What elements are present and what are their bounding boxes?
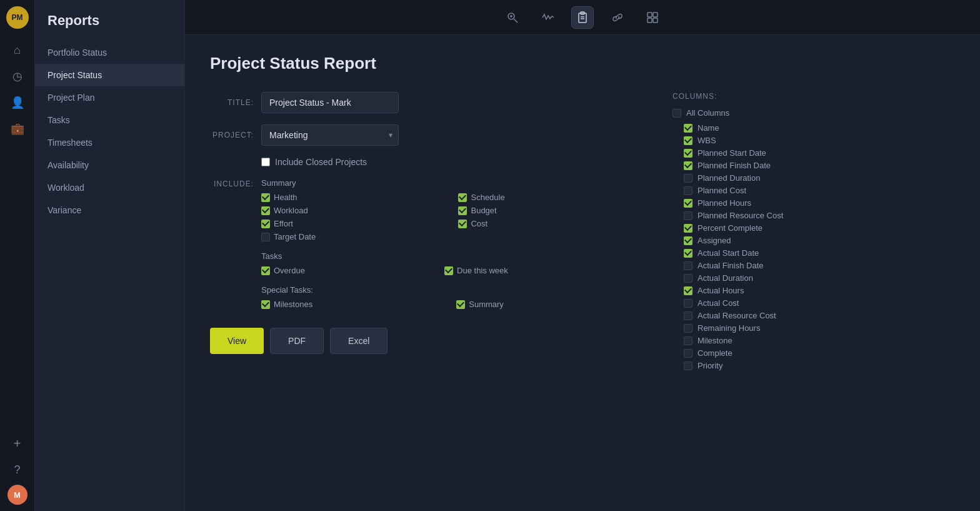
health-checkbox[interactable] bbox=[261, 193, 270, 202]
sidebar-item-portfolio-status[interactable]: Portfolio Status bbox=[35, 41, 184, 64]
col-planned-start-checkbox[interactable] bbox=[684, 149, 692, 158]
view-button[interactable]: View bbox=[210, 328, 264, 354]
col-planned-cost: Planned Cost bbox=[684, 186, 842, 195]
include-label: INCLUDE: bbox=[210, 178, 254, 309]
col-name: Name bbox=[684, 123, 842, 133]
clipboard-icon[interactable] bbox=[571, 6, 594, 29]
col-actual-finish: Actual Finish Date bbox=[684, 261, 842, 270]
tasks-overdue-item: Overdue bbox=[261, 266, 432, 275]
col-wbs-label: WBS bbox=[698, 136, 716, 145]
include-closed-label[interactable]: Include Closed Projects bbox=[275, 157, 367, 167]
col-actual-hours-checkbox[interactable] bbox=[684, 286, 692, 295]
col-actual-cost-checkbox[interactable] bbox=[684, 299, 692, 308]
col-percent-complete-checkbox[interactable] bbox=[684, 224, 692, 233]
col-actual-start: Actual Start Date bbox=[684, 248, 842, 258]
summary-workload-item: Workload bbox=[261, 206, 446, 215]
budget-checkbox[interactable] bbox=[458, 206, 467, 215]
col-planned-resource-cost-checkbox[interactable] bbox=[684, 211, 692, 220]
title-row: TITLE: bbox=[210, 92, 635, 113]
project-label: PROJECT: bbox=[210, 131, 254, 139]
col-planned-duration-checkbox[interactable] bbox=[684, 174, 692, 183]
title-input[interactable] bbox=[261, 92, 399, 113]
schedule-label: Schedule bbox=[471, 193, 504, 202]
sidebar-item-variance[interactable]: Variance bbox=[35, 199, 184, 221]
include-closed-checkbox[interactable] bbox=[261, 158, 270, 166]
add-icon[interactable]: + bbox=[6, 432, 29, 455]
col-actual-duration: Actual Duration bbox=[684, 273, 842, 283]
sidebar-item-tasks[interactable]: Tasks bbox=[35, 109, 184, 131]
col-actual-resource-cost-label: Actual Resource Cost bbox=[698, 311, 776, 320]
link-icon[interactable] bbox=[606, 6, 629, 29]
tasks-dueweek-item: Due this week bbox=[444, 266, 635, 275]
pdf-button[interactable]: PDF bbox=[270, 328, 324, 354]
columns-panel: COLUMNS: All Columns Name W bbox=[672, 92, 848, 370]
col-actual-resource-cost-checkbox[interactable] bbox=[684, 311, 692, 320]
col-percent-complete-label: Percent Complete bbox=[698, 223, 762, 233]
col-actual-duration-label: Actual Duration bbox=[698, 273, 753, 283]
col-complete-checkbox[interactable] bbox=[684, 349, 692, 358]
svg-rect-10 bbox=[648, 18, 652, 23]
col-milestone-checkbox[interactable] bbox=[684, 336, 692, 345]
sidebar-item-project-plan[interactable]: Project Plan bbox=[35, 86, 184, 109]
overdue-checkbox[interactable] bbox=[261, 266, 270, 275]
workload-checkbox[interactable] bbox=[261, 206, 270, 215]
col-assigned: Assigned bbox=[684, 236, 842, 245]
special-summary-item: Summary bbox=[456, 300, 635, 309]
milestones-checkbox[interactable] bbox=[261, 300, 270, 309]
col-wbs: WBS bbox=[684, 136, 842, 145]
dueweek-checkbox[interactable] bbox=[444, 266, 453, 275]
sidebar-item-workload[interactable]: Workload bbox=[35, 176, 184, 199]
clock-icon[interactable]: ◷ bbox=[6, 65, 29, 88]
all-columns-checkbox[interactable] bbox=[672, 109, 681, 118]
cost-checkbox[interactable] bbox=[458, 220, 467, 228]
summary-special-checkbox[interactable] bbox=[456, 300, 465, 309]
col-planned-finish-checkbox[interactable] bbox=[684, 161, 692, 170]
briefcase-icon[interactable]: 💼 bbox=[6, 118, 29, 140]
columns-list: All Columns Name WBS Plann bbox=[672, 108, 848, 370]
col-actual-cost: Actual Cost bbox=[684, 298, 842, 308]
col-assigned-checkbox[interactable] bbox=[684, 236, 692, 245]
content-area: Project Status Report TITLE: PROJECT: Ma… bbox=[185, 35, 980, 511]
help-icon[interactable]: ? bbox=[6, 458, 29, 481]
project-select[interactable]: Marketing Development Design bbox=[261, 124, 399, 146]
col-remaining-hours-checkbox[interactable] bbox=[684, 324, 692, 333]
people-icon[interactable]: 👤 bbox=[6, 91, 29, 114]
include-closed-row: Include Closed Projects bbox=[261, 157, 635, 167]
sidebar-item-timesheets[interactable]: Timesheets bbox=[35, 131, 184, 154]
col-planned-cost-checkbox[interactable] bbox=[684, 186, 692, 195]
app-logo[interactable]: PM bbox=[6, 6, 29, 29]
cost-label: Cost bbox=[471, 219, 488, 228]
col-name-checkbox[interactable] bbox=[684, 124, 692, 133]
home-icon[interactable]: ⌂ bbox=[6, 39, 29, 61]
search-zoom-icon[interactable] bbox=[501, 6, 524, 29]
col-planned-start-label: Planned Start Date bbox=[698, 148, 766, 158]
toolbar bbox=[185, 0, 980, 35]
waveform-icon[interactable] bbox=[536, 6, 559, 29]
col-actual-finish-checkbox[interactable] bbox=[684, 261, 692, 270]
col-actual-duration-checkbox[interactable] bbox=[684, 274, 692, 283]
excel-button[interactable]: Excel bbox=[330, 328, 388, 354]
svg-rect-8 bbox=[648, 13, 652, 17]
effort-label: Effort bbox=[274, 219, 293, 228]
sidebar-item-availability[interactable]: Availability bbox=[35, 154, 184, 176]
sidebar-item-project-status[interactable]: Project Status bbox=[35, 64, 184, 86]
col-planned-hours-label: Planned Hours bbox=[698, 198, 751, 208]
col-actual-start-checkbox[interactable] bbox=[684, 249, 692, 258]
col-priority-checkbox[interactable] bbox=[684, 362, 692, 370]
user-avatar[interactable]: M bbox=[8, 485, 28, 505]
dueweek-label: Due this week bbox=[457, 266, 508, 275]
layout-icon[interactable] bbox=[641, 6, 664, 29]
effort-checkbox[interactable] bbox=[261, 220, 270, 228]
col-complete: Complete bbox=[684, 348, 842, 358]
sidebar-title: Reports bbox=[35, 13, 184, 41]
col-wbs-checkbox[interactable] bbox=[684, 136, 692, 145]
form-area: TITLE: PROJECT: Marketing Development De… bbox=[210, 92, 955, 370]
summary-grid: Health Schedule Workload bbox=[261, 193, 635, 241]
targetdate-checkbox[interactable] bbox=[261, 233, 270, 241]
col-remaining-hours: Remaining Hours bbox=[684, 323, 842, 333]
special-tasks-grid: Milestones Summary bbox=[261, 300, 635, 309]
include-section: INCLUDE: Summary Health Schedule bbox=[210, 178, 635, 309]
schedule-checkbox[interactable] bbox=[458, 193, 467, 202]
col-planned-hours-checkbox[interactable] bbox=[684, 199, 692, 208]
summary-heading: Summary bbox=[261, 178, 635, 188]
